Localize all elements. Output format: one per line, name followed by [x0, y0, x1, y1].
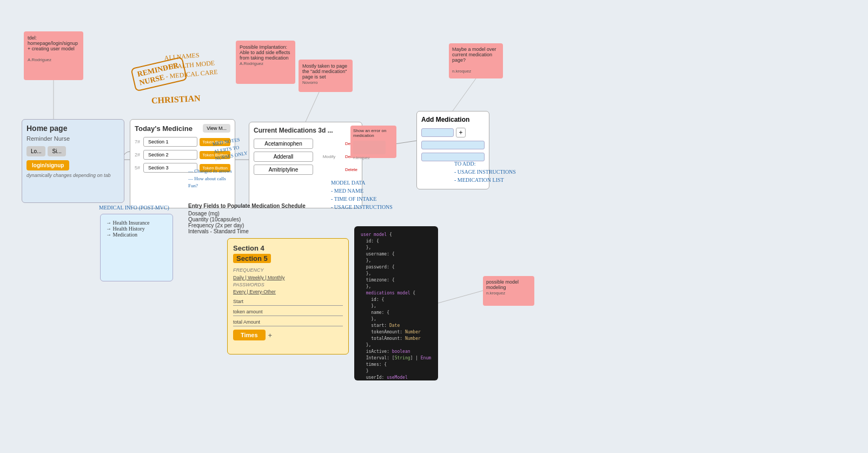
- acetaminophen-btn[interactable]: Acetaminophen: [254, 139, 313, 149]
- svg-line-6: [306, 92, 319, 122]
- code-line-20: Interval: [String] | Enum: [361, 355, 432, 362]
- login-signup-btn[interactable]: login/signup: [26, 160, 69, 170]
- top-mid2-sticky-text: Mostly taken to page the "add medication…: [302, 63, 347, 80]
- maybe-model-sticky: Maybe a model over current medication pa…: [449, 43, 503, 78]
- section1-btn[interactable]: Section 1: [143, 137, 197, 147]
- add-medication-title: Add Medication: [421, 116, 485, 123]
- section2-btn[interactable]: Section 2: [143, 150, 197, 160]
- med-info-item-3: → Medication: [106, 232, 167, 238]
- code-line-3: },: [361, 245, 432, 251]
- code-line-7: },: [361, 271, 432, 277]
- svg-line-5: [438, 291, 483, 303]
- to-add-annotation: TO ADD:- USAGE INSTRUCTIONS- MEDICATION …: [454, 160, 516, 184]
- entry-field-1: Dosage (mg): [188, 211, 306, 216]
- code-line-18: },: [361, 342, 432, 349]
- section5-label: Section 5: [233, 254, 271, 263]
- med-info-item-1: → Health Insurance: [106, 220, 167, 226]
- top-mid2-sticky-author: Novorro: [302, 80, 317, 85]
- error-sticky-text: Show an error on medication: [353, 128, 386, 138]
- code-line-4: username: {: [361, 251, 432, 258]
- entry-field-2: Quantity (10capsules): [188, 216, 306, 222]
- adderall-btn[interactable]: Adderall: [254, 152, 313, 162]
- amitriptyline-btn[interactable]: Amitriptyline: [254, 165, 313, 175]
- code-line-10: medications model {: [361, 290, 432, 297]
- code-line-16: tokenAmount: Number: [361, 329, 432, 336]
- section45-wireframe: Section 4 Section 5 FREQUENCY Daily | We…: [227, 238, 349, 354]
- entry-field-3: Frequency (2x per day): [188, 222, 306, 228]
- code-line-6: password: {: [361, 264, 432, 271]
- med-item-1: Acetaminophen Delete: [254, 139, 357, 149]
- med-item-2: Adderall Modify Delete: [254, 152, 357, 162]
- med-item-3: Amitriptyline Delete: [254, 165, 357, 175]
- code-line-17: totalAmount: Number: [361, 336, 432, 342]
- frequency-note: FREQUENCY: [233, 267, 343, 273]
- code-line-19: isActive: boolean: [361, 349, 432, 355]
- section4-label: Section 4: [233, 244, 343, 252]
- time-options[interactable]: Daily | Weekly | Monthly: [233, 275, 343, 280]
- arrows-annotation: — Changed its arrows— How about callsFun…: [188, 168, 232, 190]
- add-med-plus-icon[interactable]: +: [456, 128, 466, 137]
- entry-fields-title: Entry Fields to Populate Medication Sche…: [188, 203, 306, 209]
- medical-info-annotation: MEDICAL INFO (POST-MVC): [99, 203, 169, 213]
- possible-model-sticky: possible model modeling n.kroquez: [483, 276, 534, 306]
- error-sticky: Show an error on medication n.kroquez: [350, 126, 396, 158]
- top-left-sticky-author: A.Rodriguez: [28, 57, 51, 62]
- entry-field-4: Intervals - Standard Time: [188, 228, 306, 234]
- code-line-9: },: [361, 284, 432, 290]
- todays-medicine-wireframe: Today's Medicine View M... 7# Section 1 …: [130, 119, 235, 208]
- code-line-21: times: {: [361, 362, 432, 368]
- christian-annotation: CHRISTIAN: [151, 94, 201, 106]
- code-line-8: timezone: {: [361, 277, 432, 284]
- medical-info-box: → Health Insurance → Health History → Me…: [100, 214, 173, 281]
- med-info-item-2: → Health History: [106, 226, 167, 232]
- code-line-23: userId: useModel: [361, 375, 432, 380]
- times-btn[interactable]: Times: [233, 330, 266, 340]
- top-mid1-sticky-text: Possible Implantation: Able to add side …: [240, 44, 290, 61]
- code-line-1: user model {: [361, 232, 432, 238]
- model-data-annotation: MODEL DATA- MED NAME- TIME OF INTAKE- US…: [331, 179, 393, 211]
- code-line-12: },: [361, 303, 432, 310]
- top-left-sticky-text: tdel: homepage/login/signup + creating u…: [28, 35, 78, 51]
- total-amount-field: total Amount: [233, 319, 343, 326]
- code-line-5: },: [361, 258, 432, 264]
- view-more-btn[interactable]: View M...: [203, 124, 230, 133]
- login-short-btn[interactable]: Lo...: [26, 146, 45, 156]
- token-amount-field: token amount: [233, 309, 343, 316]
- home-page-title: Home page: [26, 124, 120, 133]
- add-med-input-row-1: +: [421, 128, 485, 137]
- top-mid1-sticky-author: A.Rodriguez: [240, 61, 263, 66]
- code-line-15: start: Date: [361, 323, 432, 329]
- todays-medicine-title: Today's Medicine: [135, 124, 193, 133]
- code-line-11: id: {: [361, 297, 432, 303]
- top-mid1-sticky: Possible Implantation: Able to add side …: [236, 41, 295, 84]
- signup-short-btn[interactable]: Si...: [48, 146, 65, 156]
- password-note: PASSWORDS: [233, 282, 343, 287]
- code-line-14: },: [361, 316, 432, 323]
- every-options[interactable]: Every | Every-Other: [233, 289, 343, 294]
- top-mid2-sticky: Mostly taken to page the "add medication…: [299, 60, 353, 92]
- times-plus-icon[interactable]: +: [268, 331, 273, 339]
- code-line-13: name: {: [361, 310, 432, 316]
- delete-btn-3[interactable]: Delete: [345, 167, 357, 172]
- top-left-sticky: tdel: homepage/login/signup + creating u…: [24, 31, 83, 80]
- add-med-text-row-1: [421, 141, 485, 149]
- maybe-model-text: Maybe a model over current medication pa…: [452, 47, 496, 63]
- code-line-22: }: [361, 368, 432, 375]
- home-page-wireframe: Home page Reminder Nurse Lo... Si... log…: [22, 119, 124, 203]
- code-block: user model { id: { }, username: { }, pas…: [354, 226, 438, 380]
- current-meds-title: Current Medications 3d ...: [254, 127, 357, 134]
- start-field: Start: [233, 299, 343, 306]
- home-page-subtitle: Reminder Nurse: [26, 135, 120, 142]
- adderall-info: Modify: [323, 154, 336, 159]
- possible-model-author: n.kroquez: [486, 291, 505, 296]
- maybe-model-author: n.kroquez: [452, 69, 471, 74]
- add-med-input-1: [421, 128, 454, 137]
- home-auth-note: dynamically changes depending on tab: [26, 173, 120, 178]
- ali-names-annotation: ALI NAMES- HEALTH MODE- MEDICAL CARE: [164, 49, 218, 81]
- svg-line-4: [453, 78, 476, 111]
- possible-model-text: possible model modeling: [486, 279, 519, 290]
- entry-fields-box: Entry Fields to Populate Medication Sche…: [188, 203, 306, 234]
- code-line-2: id: {: [361, 238, 432, 245]
